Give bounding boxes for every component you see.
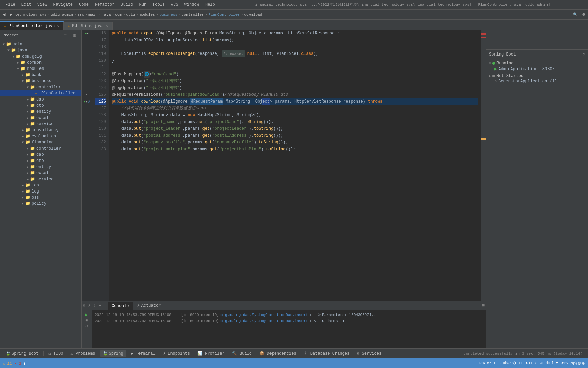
settings-button[interactable]: ⚙	[581, 12, 587, 17]
menu-view[interactable]: View	[35, 2, 50, 8]
tree-item-dto[interactable]: ▶ 📁 dto	[0, 103, 81, 109]
run-btn[interactable]: ▶	[85, 312, 88, 318]
tab-plancontroller-close[interactable]: ✕	[57, 24, 59, 28]
tree-item-financing[interactable]: ▼ 📁 financing	[0, 139, 81, 145]
menu-vcs[interactable]: VCS	[168, 2, 181, 8]
spring-adminapp[interactable]: ▶ AdminApplication :8080/	[488, 66, 587, 72]
search-button[interactable]: 🔍	[572, 12, 579, 17]
tool-spring-2[interactable]: 🍃 Spring	[100, 350, 126, 357]
console-tab-console[interactable]: Console	[108, 302, 133, 310]
tree-item-business[interactable]: ▼ 📁 business	[0, 78, 81, 84]
console-filter-btn[interactable]: ⚡	[87, 302, 92, 309]
tree-item-common[interactable]: ▶ 📁 common	[0, 60, 81, 66]
folder-icon-java: 📁	[11, 48, 16, 53]
menu-bar[interactable]: File Edit View Navigate Code Refactor Bu…	[3, 2, 218, 8]
breadcrumb-java[interactable]: java	[102, 13, 111, 17]
menu-refactor[interactable]: Refactor	[92, 2, 117, 8]
tree-item-financing-controller[interactable]: ▶ 📁 controller	[0, 145, 81, 152]
tree-item-entity[interactable]: ▶ 📁 entity	[0, 109, 81, 115]
editor-scrollbar[interactable]	[481, 30, 486, 301]
tab-pdfutils-close[interactable]: ✕	[106, 24, 108, 28]
spring-running-label[interactable]: ▼ Running	[488, 61, 587, 66]
breadcrumb-main[interactable]: main	[88, 13, 97, 17]
console-wrap-btn[interactable]: ↩	[97, 302, 102, 309]
tree-item-bank[interactable]: ▶ 📁 bank	[0, 72, 81, 78]
menu-window[interactable]: Window	[182, 2, 202, 8]
tree-item-dao[interactable]: ▶ 📁 dao	[0, 96, 81, 103]
menu-edit[interactable]: Edit	[19, 2, 34, 8]
menu-build[interactable]: Build	[118, 2, 135, 8]
code-line-118	[112, 44, 478, 50]
spring-panel-close[interactable]: ✕	[583, 52, 585, 57]
tool-build[interactable]: 🔨 Build	[229, 350, 255, 357]
sidebar-collapse-btn[interactable]: ≡	[61, 31, 69, 40]
menu-navigate[interactable]: Navigate	[50, 2, 76, 8]
console-add-btn[interactable]: +	[102, 302, 108, 309]
tool-problems[interactable]: ⚠ Problems	[68, 350, 98, 357]
folding-icon-125[interactable]: ▼	[86, 93, 87, 96]
tree-item-log[interactable]: ▶ 📁 log	[0, 188, 81, 195]
menu-code[interactable]: Code	[76, 2, 92, 8]
back-button[interactable]: ◀	[1, 12, 7, 17]
menu-tools[interactable]: Tools	[150, 2, 167, 8]
tree-item-policy[interactable]: ▶ 📁 policy	[0, 201, 81, 207]
code-content[interactable]: public void export(@ApiIgnore @RequestPa…	[109, 30, 481, 301]
tab-plancontroller[interactable]: ☕ PlanController.java ✕	[0, 21, 64, 30]
breadcrumb-download[interactable]: download	[244, 13, 262, 17]
tree-item-modules[interactable]: ▼ 📁 modules	[0, 66, 81, 72]
stop-btn[interactable]: ■	[85, 318, 88, 323]
breadcrumb-project[interactable]: technology-sys	[15, 13, 46, 17]
tool-terminal[interactable]: ▶ Terminal	[128, 350, 158, 357]
tree-item-excel[interactable]: ▶ 📁 excel	[0, 115, 81, 121]
spring-generatorapp[interactable]: ○ GeneratorApplication (1)	[488, 79, 587, 84]
tree-item-comgdlg[interactable]: ▼ 📁 com.gdlg	[0, 53, 81, 60]
tab-pdfutils[interactable]: ☕ PdfUtils.java ✕	[64, 22, 113, 30]
tree-item-financing-dao[interactable]: ▶ 📁 dao	[0, 152, 81, 158]
breadcrumb-controller[interactable]: controller	[182, 13, 204, 17]
tool-spring-1[interactable]: 🍃 Spring Boot	[3, 350, 41, 357]
tree-item-plancontroller[interactable]: ☕ PlanController	[0, 90, 81, 96]
tool-profiler[interactable]: 📊 Profiler	[195, 350, 227, 357]
breadcrumb-com[interactable]: com	[115, 13, 122, 17]
sidebar-settings-btn[interactable]: ⚙	[70, 31, 79, 40]
tree-arrow-excel: ▶	[25, 116, 30, 120]
breadcrumb-modules[interactable]: modules	[140, 13, 155, 17]
code-line-130: data.put("project_leader",params.get("pr…	[112, 125, 478, 132]
tree-item-java[interactable]: ▼ 📁 java	[0, 47, 81, 53]
tree-item-job[interactable]: ▶ 📁 job	[0, 182, 81, 188]
status-errors: ✕ 2	[14, 361, 21, 366]
tool-endpoints[interactable]: ⚡ Endpoints	[160, 350, 193, 357]
tree-item-financing-excel[interactable]: ▶ 📁 excel	[0, 170, 81, 176]
breadcrumb-business[interactable]: business	[159, 13, 177, 17]
forward-button[interactable]: ▶	[8, 12, 14, 17]
spring-notstarted-label[interactable]: ▶ Not Started	[488, 73, 587, 79]
menu-file[interactable]: File	[3, 2, 18, 8]
tool-services[interactable]: ⚙ Services	[354, 350, 384, 357]
tool-todo[interactable]: ☑ TODO	[46, 350, 66, 357]
breadcrumb-plancontroller[interactable]: PlanController	[208, 13, 240, 17]
breadcrumb-src[interactable]: src	[78, 13, 84, 17]
tree-item-financing-dto[interactable]: ▶ 📁 dto	[0, 158, 81, 164]
console-maximize-btn[interactable]: ⊡	[481, 302, 486, 309]
breadcrumb-module[interactable]: gdlg-admin	[51, 13, 73, 17]
restart-btn[interactable]: ↺	[85, 324, 88, 329]
tree-item-consultancy[interactable]: ▶ 📁 consultancy	[0, 127, 81, 133]
tree-item-service-business[interactable]: ▶ 📁 service	[0, 121, 81, 127]
tree-item-main[interactable]: ▼ 📁 main	[0, 41, 81, 47]
console-settings-btn[interactable]: ⚙	[82, 302, 87, 309]
tool-database-changes[interactable]: 🗄 Database Changes	[301, 350, 352, 357]
linenum-118: 118	[95, 44, 106, 50]
console-scroll-btn[interactable]: ↕	[92, 302, 97, 309]
tree-item-evaluation[interactable]: ▶ 📁 evaluation	[0, 133, 81, 139]
tool-dependencies[interactable]: 📦 Dependencies	[257, 350, 299, 357]
code-line-123: @ApiOperation("下载商业计划书")	[112, 78, 478, 85]
tree-item-controller[interactable]: ▼ 📁 controller	[0, 84, 81, 90]
console-tab-actuator[interactable]: ⚡ Actuator	[133, 302, 165, 309]
spring-arrow-running: ▼	[489, 62, 491, 65]
tree-item-financing-service[interactable]: ▶ 📁 service	[0, 176, 81, 182]
tree-item-oss[interactable]: ▶ 📁 oss	[0, 195, 81, 201]
breadcrumb-gdlg[interactable]: gdlg	[126, 13, 135, 17]
menu-run[interactable]: Run	[136, 2, 149, 8]
menu-help[interactable]: Help	[202, 2, 218, 8]
tree-item-financing-entity[interactable]: ▶ 📁 entity	[0, 164, 81, 170]
